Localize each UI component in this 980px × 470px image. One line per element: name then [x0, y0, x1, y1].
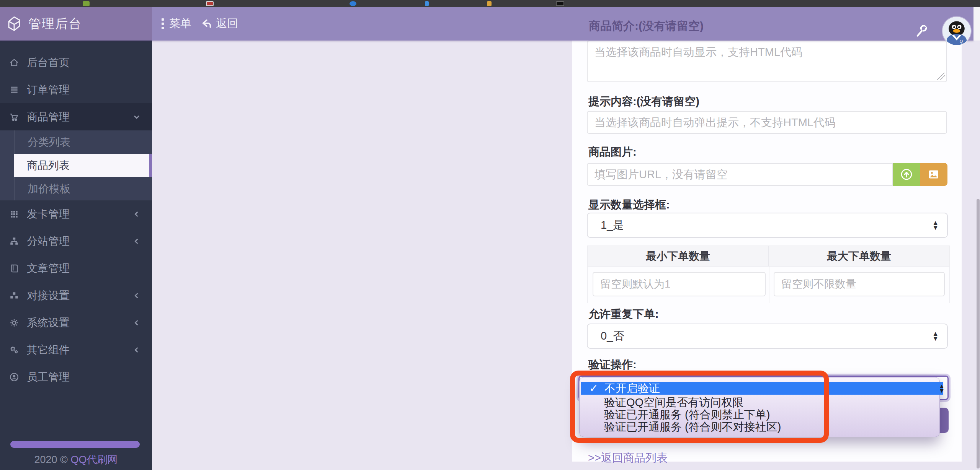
select-arrows-icon: ▲▼ [932, 331, 939, 341]
app-icon-dark [556, 1, 564, 6]
menu-button[interactable]: 菜单 [162, 7, 191, 41]
submenu-item-product-list[interactable]: 商品列表 [14, 154, 152, 177]
user-avatar[interactable]: Q [942, 17, 971, 45]
admin-page: 管理后台 菜单 返回 商品简介:(没有请留空) Q [0, 0, 980, 470]
app-icon-yellow [487, 1, 492, 6]
sidebar-item-label: 其它组件 [27, 343, 70, 357]
max-qty-input[interactable] [774, 272, 945, 296]
window-corner-sliver [973, 7, 980, 41]
site-link[interactable]: QQ代刷网 [70, 454, 118, 465]
tip-input[interactable] [587, 111, 947, 134]
verify-selected-label: 不开启验证 [604, 381, 660, 396]
grid-icon [9, 209, 19, 219]
submenu-item-label: 商品列表 [27, 158, 70, 173]
submenu-item-label: 加价模板 [28, 182, 70, 196]
cart-icon [9, 112, 19, 122]
sidebar-item-substations[interactable]: 分站管理 [0, 228, 152, 255]
chevron-left-icon [132, 210, 141, 219]
sidebar-item-label: 员工管理 [27, 370, 70, 384]
upload-button[interactable] [893, 163, 920, 186]
book-icon [9, 263, 19, 273]
verify-option-selected[interactable]: ✓ 不开启验证 [581, 382, 943, 395]
sidebar-item-system-settings[interactable]: 系统设置 [0, 309, 152, 336]
sitemap-icon [9, 236, 19, 246]
sidebar-item-orders[interactable]: 订单管理 [0, 76, 152, 103]
home-icon [9, 58, 19, 68]
menu-button-label: 菜单 [169, 16, 191, 31]
chevron-left-icon [132, 318, 141, 327]
sidebar-item-cards[interactable]: 发卡管理 [0, 200, 152, 228]
os-menubar [0, 0, 980, 7]
min-qty-header: 最小下单数量 [588, 246, 769, 266]
submenu-item-markup-template[interactable]: 加价模板 [14, 177, 152, 200]
cogs-icon [9, 345, 19, 355]
select-arrows-icon: ▲▼ [932, 220, 939, 230]
top-header: 管理后台 菜单 返回 商品简介:(没有请留空) Q [0, 7, 973, 41]
brand-title: 管理后台 [28, 15, 82, 33]
repeat-select[interactable]: 0_否 ▲▼ [587, 324, 948, 349]
back-button[interactable]: 返回 [201, 7, 238, 41]
app-icon-green [83, 1, 90, 6]
copyright-year: 2020 © [34, 454, 71, 465]
page-scrollbar[interactable] [977, 199, 980, 468]
user-icon [9, 372, 19, 382]
chevron-left-icon [132, 345, 141, 355]
chevron-down-icon [132, 112, 141, 122]
image-picker-button[interactable] [920, 163, 947, 186]
products-submenu: 分类列表 商品列表 加价模板 [0, 130, 152, 200]
sidebar-item-label: 商品管理 [27, 110, 70, 124]
sidebar-item-staff[interactable]: 员工管理 [0, 363, 152, 390]
submenu-item-categories[interactable]: 分类列表 [14, 130, 152, 154]
sidebar-item-label: 后台首页 [27, 55, 70, 70]
sidebar: 后台首页 订单管理 商品管理 分类列表 商品列表 加价模板 发卡管理 [0, 41, 152, 470]
intro-textarea[interactable] [587, 41, 947, 82]
qty-box-select-value: 1_是 [601, 218, 624, 233]
sidebar-item-articles[interactable]: 文章管理 [0, 255, 152, 282]
app-icon-blue [350, 1, 356, 6]
verify-option-service-no-dock[interactable]: 验证已开通服务 (符合则不对接社区) [604, 421, 781, 433]
image-url-input[interactable] [587, 163, 893, 186]
tip-label: 提示内容:(没有请留空) [588, 94, 699, 109]
svg-text:Q: Q [960, 39, 963, 44]
qty-box-select[interactable]: 1_是 ▲▼ [587, 213, 948, 238]
sidebar-item-label: 对接设置 [27, 288, 70, 303]
upload-icon [900, 168, 913, 181]
sidebar-item-other-components[interactable]: 其它组件 [0, 336, 152, 363]
app-icon-red [206, 1, 214, 6]
sidebar-item-products[interactable]: 商品管理 [0, 103, 152, 130]
list-icon [9, 85, 19, 95]
verify-label: 验证操作: [588, 357, 637, 372]
menu-dots-icon [162, 18, 164, 29]
sidebar-item-label: 文章管理 [27, 261, 70, 276]
repeat-label: 允许重复下单: [588, 307, 659, 322]
gear-icon [9, 318, 19, 328]
chevron-left-icon [132, 237, 141, 246]
select-arrows-icon: ▲▼ [939, 382, 945, 395]
brand-block[interactable]: 管理后台 [0, 7, 152, 41]
sidebar-item-label: 分站管理 [27, 234, 70, 249]
sidebar-item-label: 系统设置 [27, 316, 70, 330]
repeat-select-value: 0_否 [601, 329, 624, 344]
textarea-resize-grip[interactable] [937, 73, 945, 80]
back-arrow-icon [201, 18, 213, 30]
table-header-row: 最小下单数量 最大下单数量 [588, 246, 949, 267]
min-qty-input[interactable] [593, 272, 766, 296]
check-icon: ✓ [589, 382, 604, 395]
sidebar-item-label: 发卡管理 [27, 207, 70, 221]
image-label: 商品图片: [588, 145, 637, 160]
back-to-product-list-link[interactable]: >>返回商品列表 [588, 450, 668, 466]
wrench-icon[interactable] [914, 24, 929, 38]
cubes-icon [9, 291, 19, 301]
sidebar-item-docking[interactable]: 对接设置 [0, 282, 152, 309]
app-icon-blue-small [425, 1, 429, 6]
back-button-label: 返回 [216, 16, 238, 31]
max-qty-header: 最大下单数量 [769, 246, 949, 266]
sidebar-item-dashboard[interactable]: 后台首页 [0, 49, 152, 76]
image-icon [927, 168, 941, 181]
qty-box-label: 显示数量选择框: [588, 197, 670, 213]
sidebar-scroll-bar[interactable] [10, 441, 140, 448]
intro-label-under-header: 商品简介:(没有请留空) [589, 18, 704, 34]
copyright: 2020 © QQ代刷网 [0, 453, 152, 467]
submenu-item-label: 分类列表 [28, 135, 70, 150]
chevron-left-icon [132, 291, 141, 300]
